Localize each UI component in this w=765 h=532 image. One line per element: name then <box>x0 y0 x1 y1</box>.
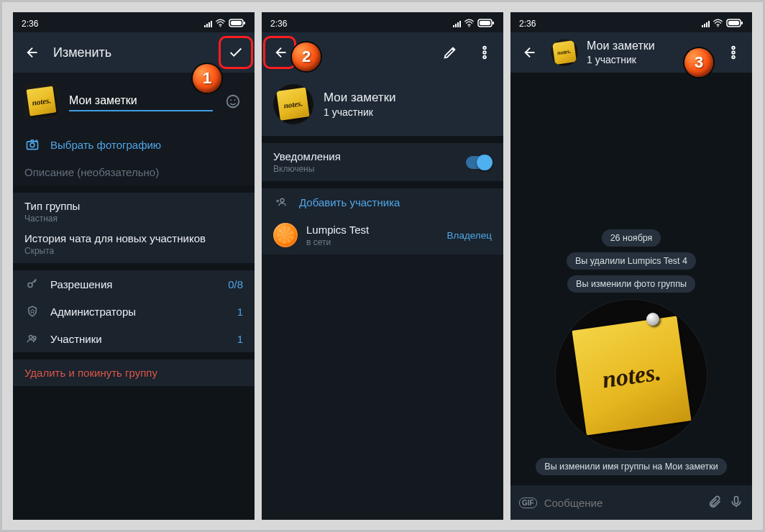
more-vert-icon[interactable] <box>719 38 748 67</box>
svg-rect-15 <box>493 22 494 24</box>
choose-photo-label: Выбрать фотографию <box>50 139 243 151</box>
admins-row[interactable]: Администраторы 1 <box>13 298 255 325</box>
key-icon <box>24 278 40 290</box>
chat-subtitle: 1 участник <box>587 54 713 65</box>
message-input[interactable] <box>544 497 700 509</box>
service-message: Вы изменили фото группы <box>567 275 695 293</box>
battery-icon <box>229 19 246 29</box>
notes-sticker: notes. <box>572 316 691 435</box>
members-label: Участники <box>50 333 227 345</box>
app-bar <box>262 32 503 73</box>
confirm-check-icon[interactable] <box>221 38 250 67</box>
add-member-row[interactable]: Добавить участника <box>262 188 503 216</box>
svg-rect-22 <box>728 21 739 25</box>
history-label: История чата для новых участников <box>24 232 206 244</box>
status-bar: 2:36 <box>13 12 255 32</box>
status-time: 2:36 <box>22 19 38 29</box>
svg-point-5 <box>230 99 232 101</box>
delete-leave-label: Удалить и покинуть группу <box>24 367 157 379</box>
add-member-label: Добавить участника <box>299 196 492 208</box>
member-avatar <box>273 223 298 247</box>
svg-point-4 <box>227 96 239 108</box>
pin-icon <box>646 313 659 326</box>
attach-icon[interactable] <box>707 495 722 511</box>
svg-point-25 <box>732 51 735 54</box>
svg-rect-3 <box>244 22 245 24</box>
back-arrow-icon[interactable] <box>516 38 545 67</box>
chat-body[interactable]: 26 ноября Вы удалили Lumpics Test 4 Вы и… <box>510 73 752 485</box>
svg-point-8 <box>30 143 35 147</box>
status-bar: 2:36 <box>510 12 752 32</box>
permissions-label: Разрешения <box>50 278 218 290</box>
signal-icon <box>702 21 710 27</box>
wifi-icon <box>464 19 475 29</box>
gif-icon[interactable]: GIF <box>519 497 537 508</box>
members-value: 1 <box>237 333 243 345</box>
battery-icon <box>477 19 495 29</box>
svg-point-18 <box>483 56 486 59</box>
phone-screen-edit-group: 2:36 Изменить 1 notes. <box>13 12 255 520</box>
notifications-row[interactable]: Уведомления Включены <box>262 143 503 181</box>
history-row[interactable]: История чата для новых участников Скрыта <box>13 226 255 263</box>
service-message: Вы удалили Lumpics Test 4 <box>567 252 696 270</box>
group-type-label: Тип группы <box>24 200 80 212</box>
date-chip: 26 ноября <box>602 229 661 247</box>
back-arrow-icon[interactable] <box>19 38 47 67</box>
members-icon <box>24 332 40 345</box>
choose-photo-row[interactable]: Выбрать фотографию <box>13 130 255 159</box>
member-name: Lumpics Test <box>306 224 439 236</box>
svg-point-24 <box>732 47 735 50</box>
group-avatar[interactable]: notes. <box>273 84 313 124</box>
mic-icon[interactable] <box>729 495 743 511</box>
status-time: 2:36 <box>519 19 536 29</box>
wifi-icon <box>713 19 723 29</box>
notifications-state: Включены <box>273 164 456 174</box>
permissions-row[interactable]: Разрешения 0/8 <box>13 270 255 298</box>
shield-icon <box>24 305 40 318</box>
svg-point-19 <box>280 198 284 202</box>
battery-icon <box>726 19 743 29</box>
edit-pencil-icon[interactable] <box>436 38 464 67</box>
emoji-icon[interactable] <box>223 87 243 116</box>
svg-rect-23 <box>741 22 743 24</box>
svg-point-26 <box>732 56 735 59</box>
svg-point-11 <box>33 336 36 339</box>
service-message: Вы изменили имя группы на Мои заметки <box>536 458 726 475</box>
group-photo-large[interactable]: notes. <box>556 300 707 451</box>
svg-point-16 <box>483 47 486 50</box>
group-name: Мои заметки <box>324 91 396 105</box>
svg-point-6 <box>234 99 236 101</box>
group-name-input[interactable] <box>69 91 213 111</box>
admins-value: 1 <box>237 306 243 318</box>
message-composer: GIF <box>510 485 752 520</box>
group-type-row[interactable]: Тип группы Частная <box>13 193 255 226</box>
chat-avatar[interactable]: notes. <box>551 39 578 66</box>
description-placeholder: Описание (необязательно) <box>24 166 159 178</box>
svg-rect-2 <box>231 21 242 25</box>
chat-title: Мои заметки <box>587 40 713 52</box>
phone-screen-group-profile: 2:36 2 notes. Мо <box>262 12 503 520</box>
description-row[interactable]: Описание (необязательно) <box>13 159 255 185</box>
status-time: 2:36 <box>270 19 287 29</box>
svg-point-12 <box>469 25 470 27</box>
app-bar: Изменить <box>13 32 255 73</box>
svg-rect-27 <box>735 496 738 503</box>
back-arrow-icon[interactable] <box>267 38 296 67</box>
more-vert-icon[interactable] <box>470 38 499 67</box>
camera-plus-icon <box>24 137 40 152</box>
member-role: Владелец <box>447 230 492 241</box>
history-value: Скрыта <box>24 246 206 256</box>
permissions-value: 0/8 <box>228 278 243 290</box>
group-type-value: Частная <box>24 214 80 224</box>
svg-point-0 <box>220 25 221 27</box>
notifications-toggle[interactable] <box>466 156 492 169</box>
members-row[interactable]: Участники 1 <box>13 325 255 352</box>
chat-app-bar: notes. Мои заметки 1 участник <box>510 32 752 73</box>
group-avatar[interactable]: notes. <box>24 84 59 119</box>
member-status: в сети <box>306 237 439 247</box>
wifi-icon <box>215 19 226 29</box>
svg-point-20 <box>718 25 719 27</box>
svg-point-9 <box>28 283 32 288</box>
member-row[interactable]: Lumpics Test в сети Владелец <box>262 216 503 254</box>
delete-leave-row[interactable]: Удалить и покинуть группу <box>13 359 255 386</box>
